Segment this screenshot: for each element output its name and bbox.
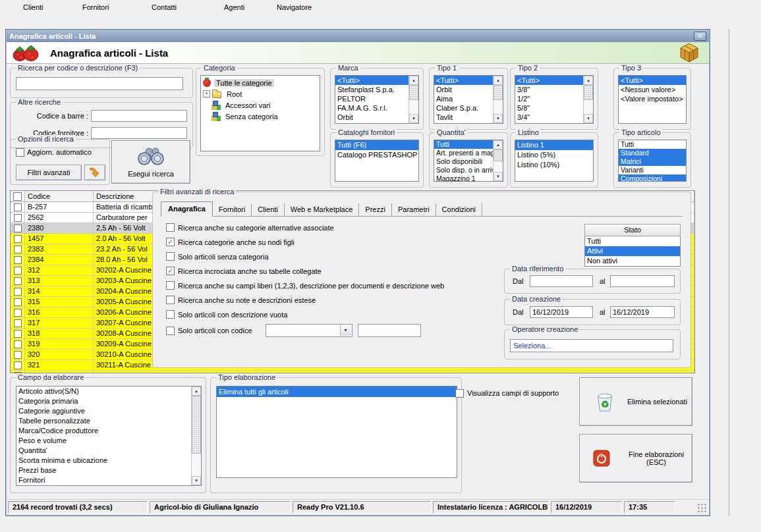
checkbox-ricerca-categorie-anche-su-nod[interactable]: ✓ bbox=[166, 238, 175, 246]
list-option-3-8[interactable]: 3/8" bbox=[515, 85, 583, 94]
list-option-stefanplast-s-p-a[interactable]: Stefanplast S.p.a. bbox=[335, 85, 409, 94]
list-option-nessun-valore[interactable]: <Nessun valore> bbox=[619, 85, 686, 94]
scroll-up-icon[interactable]: ▲ bbox=[584, 76, 593, 85]
list-option-non-attivi[interactable]: Non attivi bbox=[585, 256, 680, 266]
scroll-thumb[interactable] bbox=[192, 396, 201, 454]
scroll-up-icon[interactable]: ▲ bbox=[409, 76, 418, 85]
list-option-tutti-f6[interactable]: Tutti (F6) bbox=[335, 140, 418, 150]
checkbox-solo-articoli-con-codice[interactable] bbox=[166, 327, 175, 335]
list-option-tutti[interactable]: Tutti bbox=[434, 140, 493, 149]
orange-arrow-button[interactable] bbox=[84, 165, 105, 180]
tree-item-senza-categoria[interactable]: Senza categoria bbox=[201, 111, 320, 122]
list-option-marca-codice-produttore[interactable]: Marca/Codice produttore bbox=[16, 426, 191, 436]
tree-item-tutte-le-categorie[interactable]: Tutte le categorie bbox=[201, 77, 320, 88]
row-checkbox[interactable] bbox=[14, 203, 22, 211]
scroll-thumb[interactable] bbox=[584, 85, 593, 100]
list-option-categoria-primaria[interactable]: Categoria primaria bbox=[16, 396, 191, 406]
list-option-orbit[interactable]: Orbit bbox=[434, 85, 493, 94]
menu-item-contatti[interactable]: Contatti bbox=[152, 3, 224, 16]
menu-item-navigatore[interactable]: Navigatore bbox=[277, 3, 312, 16]
row-checkbox[interactable] bbox=[14, 235, 22, 243]
tab-parametri[interactable]: Parametri bbox=[392, 203, 436, 216]
list-option-prezzi-base[interactable]: Prezzi base bbox=[16, 466, 191, 475]
list-option-aima[interactable]: Aima bbox=[434, 94, 493, 103]
list-option-tutti[interactable]: Tutti bbox=[585, 236, 680, 246]
list-option-tavlit[interactable]: Tavlit bbox=[434, 113, 493, 122]
list-option-elimina-tutti-gli-articoli[interactable]: Elimina tutti gli articoli bbox=[217, 386, 457, 397]
row-checkbox[interactable] bbox=[14, 267, 22, 275]
scroll-down-icon[interactable]: ▼ bbox=[409, 114, 418, 123]
list-option-listino-1[interactable]: Listino 1 bbox=[515, 140, 593, 150]
delete-selected-button[interactable]: ♻ Elimina selezionati bbox=[579, 377, 692, 426]
list-option-tutti[interactable]: <Tutti> bbox=[335, 76, 409, 85]
list-option-catalogo-prestashop[interactable]: Catalogo PRESTASHOP bbox=[335, 150, 418, 160]
brand-scrollbar[interactable]: ▲ ▼ bbox=[409, 76, 418, 123]
row-checkbox[interactable] bbox=[14, 340, 22, 348]
data-riferimento-al-input[interactable] bbox=[610, 275, 675, 287]
menu-item-clienti[interactable]: Clienti bbox=[23, 3, 82, 16]
checkbox-solo-articoli-senza-categoria[interactable] bbox=[166, 252, 175, 261]
list-option-fa-m-a-g-s-r-l[interactable]: FA.M.A.G. S.r.l. bbox=[335, 103, 409, 113]
scroll-up-icon[interactable]: ▲ bbox=[493, 140, 503, 149]
row-checkbox[interactable] bbox=[14, 225, 22, 232]
list-option-5-8[interactable]: 5/8" bbox=[515, 103, 583, 113]
scroll-down-icon[interactable]: ▼ bbox=[192, 476, 201, 485]
list-option-solo-disp-o-in-arrivo[interactable]: Solo disp. o in arrivo bbox=[434, 166, 493, 174]
list-option-quantita[interactable]: Quantita' bbox=[16, 446, 191, 456]
list-option-orbit[interactable]: Orbit bbox=[335, 113, 409, 122]
auto-update-checkbox[interactable] bbox=[16, 148, 24, 157]
list-option-3-4[interactable]: 3/4" bbox=[515, 113, 583, 122]
list-option-tutti[interactable]: <Tutti> bbox=[434, 76, 493, 85]
end-elaborations-button[interactable]: Fine elaborazioni (ESC) bbox=[579, 434, 692, 483]
scroll-down-icon[interactable]: ▼ bbox=[493, 114, 503, 123]
list-option-listino-10[interactable]: Listino (10%) bbox=[515, 160, 593, 170]
data-riferimento-dal-input[interactable] bbox=[530, 275, 593, 287]
scroll-down-icon[interactable]: ▼ bbox=[493, 172, 503, 181]
scroll-thumb[interactable] bbox=[493, 149, 503, 161]
quantity-scrollbar[interactable]: ▲ ▼ bbox=[493, 140, 503, 181]
advanced-filters-button[interactable]: Filtri avanzati bbox=[16, 165, 82, 180]
list-option-articolo-attivo-s-n[interactable]: Articolo attivo(S/N) bbox=[16, 386, 191, 396]
list-option-tabelle-personalizzate[interactable]: Tabelle personalizzate bbox=[16, 416, 191, 426]
operatore-select[interactable]: Seleziona... bbox=[510, 339, 673, 352]
tipo1-scrollbar[interactable]: ▲ ▼ bbox=[493, 76, 503, 123]
expander-icon[interactable]: + bbox=[203, 90, 210, 97]
scroll-thumb[interactable] bbox=[493, 85, 503, 100]
tab-anagrafica[interactable]: Anagrafica bbox=[161, 201, 213, 217]
tab-condizioni[interactable]: Condizioni bbox=[436, 203, 482, 216]
row-checkbox[interactable] bbox=[14, 246, 22, 253]
list-option-solo-disponibili[interactable]: Solo disponibili bbox=[434, 157, 493, 166]
list-option-valore-impostato[interactable]: <Valore impostato> bbox=[619, 94, 686, 103]
list-option-listino-5[interactable]: Listino (5%) bbox=[515, 150, 593, 160]
code-value-input[interactable] bbox=[358, 324, 421, 337]
row-checkbox[interactable] bbox=[14, 361, 22, 369]
code-type-combobox[interactable]: ▼ bbox=[266, 324, 352, 337]
row-checkbox[interactable] bbox=[14, 351, 22, 359]
campo-scrollbar[interactable]: ▲ ▼ bbox=[191, 386, 201, 485]
row-checkbox[interactable] bbox=[14, 256, 22, 264]
checkbox-solo-articoli-con-descrizione-[interactable] bbox=[166, 310, 175, 319]
row-checkbox[interactable] bbox=[14, 372, 22, 374]
support-fields-checkbox[interactable] bbox=[455, 389, 464, 398]
list-option-peso-e-volume[interactable]: Peso e volume bbox=[16, 436, 191, 446]
row-checkbox[interactable] bbox=[14, 319, 22, 327]
tab-prezzi[interactable]: Prezzi bbox=[359, 203, 392, 216]
row-checkbox[interactable] bbox=[14, 309, 22, 317]
row-checkbox[interactable] bbox=[14, 288, 22, 296]
tipo2-scrollbar[interactable]: ▲ ▼ bbox=[583, 76, 593, 123]
menu-item-fornitori[interactable]: Fornitori bbox=[82, 3, 152, 16]
resize-grip[interactable] bbox=[697, 503, 706, 512]
list-option-art-presenti-a-maga[interactable]: Art. presenti a maga bbox=[434, 149, 493, 157]
select-all-checkbox[interactable] bbox=[13, 192, 22, 201]
tab-web-e-marketplace[interactable]: Web e Marketplace bbox=[285, 203, 360, 216]
supplier-code-input[interactable] bbox=[91, 127, 187, 139]
checkbox-ricerca-anche-su-categorie-alt[interactable] bbox=[166, 223, 175, 232]
window-titlebar[interactable]: Anagrafica articoli - Lista ✕ bbox=[7, 30, 709, 42]
list-option-categorie-aggiuntive[interactable]: Categorie aggiuntive bbox=[16, 406, 191, 416]
row-checkbox[interactable] bbox=[14, 330, 22, 338]
list-option-matrici[interactable]: Matrici bbox=[619, 157, 686, 166]
checkbox-ricerca-incrociata-anche-su-ta[interactable]: ✓ bbox=[166, 267, 175, 275]
list-option-fornitori[interactable]: Fornitori bbox=[16, 475, 191, 485]
menu-item-agenti[interactable]: Agenti bbox=[224, 3, 277, 16]
scroll-up-icon[interactable]: ▲ bbox=[493, 76, 503, 85]
